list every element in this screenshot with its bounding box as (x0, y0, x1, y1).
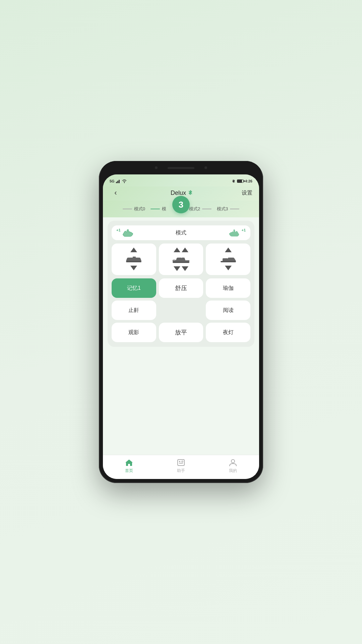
back-button[interactable]: ‹ (110, 189, 122, 197)
svg-rect-2 (119, 180, 120, 183)
right-hand-icon (228, 229, 240, 237)
svg-point-11 (231, 460, 235, 463)
mode-control-row: +1 模式 +1 (112, 225, 250, 240)
snore-stop-button[interactable]: 止鼾 (112, 301, 156, 320)
tab-mode2-label: 模式2 (189, 206, 200, 212)
tab-mode1[interactable]: 模 (148, 206, 169, 212)
device-name: Delux (171, 190, 186, 197)
adj-center-down-arrows[interactable] (174, 266, 188, 271)
profile-icon (229, 459, 237, 467)
stress-relief-button[interactable]: 舒压 (159, 278, 203, 298)
nav-assistant-label: 助手 (177, 468, 185, 474)
svg-rect-9 (179, 463, 183, 464)
mode-tabs: 3 模式0 模 模式2 模式3 (103, 201, 259, 217)
tab-mode0[interactable]: 模式0 (120, 206, 148, 212)
status-right: 4:26 (232, 179, 252, 183)
adj-left-down-arrow[interactable] (130, 266, 137, 270)
screen: 5G (103, 174, 259, 479)
battery-fill (237, 180, 242, 182)
nav-home-label: 首页 (125, 468, 133, 474)
control-panel: +1 模式 +1 (108, 221, 254, 347)
left-hand-button[interactable]: +1 (116, 229, 134, 237)
watch-film-button[interactable]: 观影 (112, 323, 156, 342)
tab-mode2[interactable]: 模式2 (186, 206, 214, 212)
svg-rect-7 (178, 460, 184, 466)
status-left: 5G (110, 179, 127, 183)
bottom-nav: 首页 助手 我的 (103, 455, 259, 479)
mode-line-2 (202, 209, 212, 209)
adj-center-up-arrows[interactable] (174, 248, 188, 252)
nav-profile[interactable]: 我的 (229, 459, 237, 474)
mode-line-1 (150, 209, 160, 209)
time-text: 4:26 (245, 179, 252, 183)
nav-home[interactable]: 首页 (125, 459, 133, 474)
speaker (168, 167, 194, 169)
battery-icon (237, 179, 244, 183)
svg-point-10 (182, 461, 183, 462)
left-hand-icon (122, 229, 134, 237)
adj-right-col[interactable] (206, 244, 250, 275)
left-plus-badge: +1 (116, 228, 121, 232)
main-content: +1 模式 +1 (103, 217, 259, 455)
status-bar: 5G (103, 174, 259, 186)
signal-bars-icon (116, 179, 121, 183)
camera-dot (155, 166, 158, 169)
assistant-icon (177, 459, 185, 467)
tab-mode3[interactable]: 模式3 (214, 206, 242, 212)
nav-assistant[interactable]: 助手 (177, 459, 185, 474)
mode-badge: 3 (172, 196, 190, 213)
mode-label: 模式 (176, 229, 186, 236)
svg-rect-0 (116, 182, 117, 183)
header-title: Delux (171, 190, 193, 197)
flat-button[interactable]: 放平 (159, 323, 203, 342)
phone-notch (99, 161, 263, 170)
adj-left-up-arrow[interactable] (130, 248, 137, 252)
adj-left-bed-icon (125, 255, 142, 263)
adj-left-col[interactable] (112, 244, 156, 275)
yoga-button[interactable]: 瑜伽 (206, 278, 250, 298)
svg-point-8 (179, 461, 180, 462)
tab-mode3-label: 模式3 (217, 206, 228, 212)
right-plus-badge: +1 (241, 228, 246, 232)
signal-text: 5G (110, 179, 115, 183)
bluetooth-connected-icon (188, 190, 193, 196)
adj-right-up-arrow[interactable] (225, 248, 232, 252)
page-background: 5G (0, 0, 362, 644)
night-light-button[interactable]: 夜灯 (206, 323, 250, 342)
mode-line-3 (230, 209, 239, 209)
svg-rect-6 (221, 261, 236, 262)
wifi-icon (122, 179, 127, 183)
memory1-button[interactable]: 记忆1 (112, 278, 156, 298)
home-icon (125, 459, 133, 467)
nav-profile-label: 我的 (229, 468, 237, 474)
svg-rect-4 (126, 261, 141, 262)
bluetooth-status-icon (232, 179, 236, 183)
svg-rect-1 (117, 181, 118, 183)
adj-center-col[interactable] (159, 244, 203, 275)
tab-mode0-label: 模式0 (134, 206, 145, 212)
settings-button[interactable]: 设置 (242, 190, 252, 197)
phone-frame: 5G (99, 161, 263, 483)
mode-line-0 (123, 209, 132, 209)
adj-right-bed-icon (220, 255, 237, 263)
adj-center-bed-icon (172, 255, 190, 264)
tab-mode1-label: 模 (162, 206, 166, 212)
function-grid: 记忆1 舒压 瑜伽 止鼾 (112, 278, 250, 342)
empty-cell (159, 301, 203, 320)
svg-rect-5 (173, 262, 189, 263)
adjustment-grid (112, 244, 250, 275)
adj-right-down-arrow[interactable] (225, 266, 232, 270)
svg-rect-3 (120, 179, 121, 183)
sensor-dot (204, 166, 207, 169)
reading-button[interactable]: 阅读 (206, 301, 250, 320)
right-hand-button[interactable]: +1 (228, 229, 246, 237)
